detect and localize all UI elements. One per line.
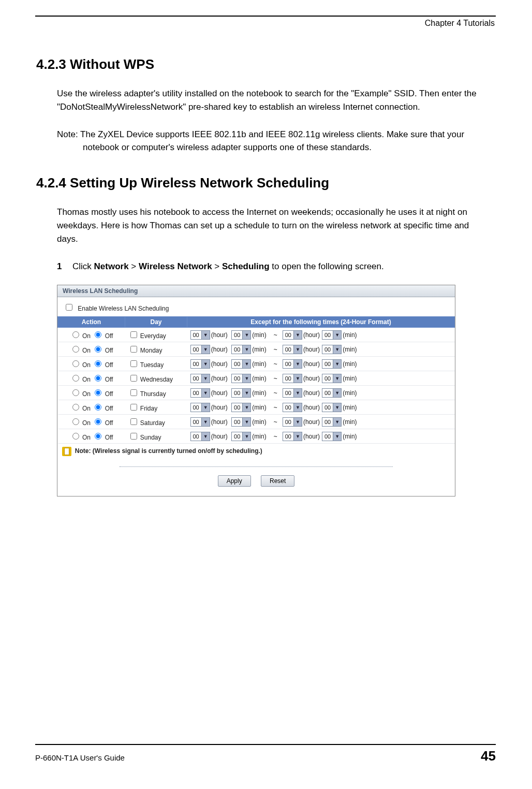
chevron-down-icon: ▼ [242,331,250,339]
action-off-radio[interactable] [95,404,101,411]
time-select[interactable]: 00▼ [231,432,251,441]
action-off-radio[interactable] [95,389,101,396]
table-row: On Off Sunday00▼(hour) 00▼(min)~00▼(hour… [58,429,455,444]
on-label: On [82,419,91,427]
action-off-radio[interactable] [95,375,101,382]
step-1: 1Click Network > Wireless Network > Sche… [57,260,485,273]
action-on-radio[interactable] [72,360,79,367]
action-on-radio[interactable] [72,433,79,440]
time-select[interactable]: 00▼ [231,330,251,340]
time-select[interactable]: 00▼ [190,403,210,412]
time-select[interactable]: 00▼ [322,374,342,383]
time-select[interactable]: 00▼ [283,403,302,412]
chevron-down-icon: ▼ [201,360,210,368]
table-row: On Off Thursday00▼(hour) 00▼(min)~00▼(ho… [58,386,455,400]
time-select[interactable]: 00▼ [283,417,302,427]
action-on-radio[interactable] [72,346,79,353]
day-label: Everyday [140,332,166,340]
chevron-down-icon: ▼ [201,432,210,441]
time-select[interactable]: 00▼ [322,403,342,412]
day-checkbox[interactable] [130,389,137,396]
time-select[interactable]: 00▼ [190,388,210,398]
table-row: On Off Saturday00▼(hour) 00▼(min)~00▼(ho… [58,415,455,429]
day-label: Monday [140,347,162,354]
day-checkbox[interactable] [130,360,137,367]
time-select[interactable]: 00▼ [231,345,251,354]
time-select[interactable]: 00▼ [322,330,342,340]
action-off-radio[interactable] [95,418,101,425]
chevron-down-icon: ▼ [201,389,210,397]
body-424: Thomas mostly uses his notebook to acces… [57,206,480,246]
note-text: (Wireless signal is currently turned on/… [93,447,262,455]
day-checkbox[interactable] [130,418,137,425]
time-select[interactable]: 00▼ [322,388,342,398]
footer-guide: P-660N-T1A User's Guide [35,753,125,762]
day-checkbox[interactable] [130,331,137,338]
time-select[interactable]: 00▼ [322,417,342,427]
off-label: Off [105,332,113,340]
time-select[interactable]: 00▼ [283,345,302,354]
off-label: Off [105,390,113,398]
chevron-down-icon: ▼ [201,418,210,426]
time-select[interactable]: 00▼ [231,403,251,412]
apply-button[interactable]: Apply [218,475,251,487]
table-row: On Off Tuesday00▼(hour) 00▼(min)~00▼(hou… [58,357,455,371]
time-select[interactable]: 00▼ [190,374,210,383]
off-label: Off [105,434,113,441]
table-row: On Off Monday00▼(hour) 00▼(min)~00▼(hour… [58,342,455,357]
time-select[interactable]: 00▼ [322,432,342,441]
chevron-down-icon: ▼ [201,374,210,383]
heading-4-2-3: 4.2.3 Without WPS [36,56,485,72]
time-select[interactable]: 00▼ [190,330,210,340]
action-off-radio[interactable] [95,331,101,338]
chevron-down-icon: ▼ [293,360,302,368]
action-off-radio[interactable] [95,360,101,367]
time-select[interactable]: 00▼ [231,374,251,383]
time-select[interactable]: 00▼ [283,330,302,340]
chevron-down-icon: ▼ [293,403,302,412]
time-select[interactable]: 00▼ [231,388,251,398]
time-select[interactable]: 00▼ [322,345,342,354]
day-checkbox[interactable] [130,404,137,411]
action-off-radio[interactable] [95,346,101,353]
on-label: On [82,361,91,369]
chevron-down-icon: ▼ [201,331,210,339]
chevron-down-icon: ▼ [293,418,302,426]
time-select[interactable]: 00▼ [190,432,210,441]
enable-scheduling-checkbox[interactable] [66,304,72,311]
reset-button[interactable]: Reset [261,475,294,487]
time-select[interactable]: 00▼ [283,374,302,383]
note-icon [62,447,71,456]
time-select[interactable]: 00▼ [231,359,251,369]
time-select[interactable]: 00▼ [283,432,302,441]
action-on-radio[interactable] [72,418,79,425]
off-label: Off [105,347,113,354]
heading-4-2-4: 4.2.4 Setting Up Wireless Network Schedu… [36,175,485,191]
day-checkbox[interactable] [130,375,137,382]
table-row: On Off Everyday00▼(hour) 00▼(min)~00▼(ho… [58,328,455,342]
chevron-down-icon: ▼ [242,374,250,383]
chevron-down-icon: ▼ [242,360,250,368]
action-on-radio[interactable] [72,389,79,396]
day-checkbox[interactable] [130,433,137,440]
time-select[interactable]: 00▼ [283,359,302,369]
on-label: On [82,332,91,340]
note-423: Note: The ZyXEL Device supports IEEE 802… [57,128,480,154]
time-select[interactable]: 00▼ [190,345,210,354]
chevron-down-icon: ▼ [201,345,210,354]
time-select[interactable]: 00▼ [322,359,342,369]
action-on-radio[interactable] [72,375,79,382]
action-off-radio[interactable] [95,433,101,440]
chevron-down-icon: ▼ [333,432,341,441]
time-select[interactable]: 00▼ [190,417,210,427]
action-on-radio[interactable] [72,331,79,338]
chevron-down-icon: ▼ [333,403,341,412]
time-select[interactable]: 00▼ [283,388,302,398]
action-on-radio[interactable] [72,404,79,411]
time-select[interactable]: 00▼ [190,359,210,369]
chevron-down-icon: ▼ [242,345,250,354]
chevron-down-icon: ▼ [333,374,341,383]
chevron-down-icon: ▼ [333,389,341,397]
time-select[interactable]: 00▼ [231,417,251,427]
day-checkbox[interactable] [130,346,137,353]
